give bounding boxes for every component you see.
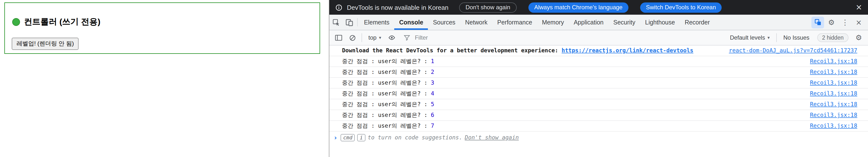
banner-close-icon[interactable]: × — [856, 3, 862, 11]
console-log-row: 중간 점검 : user의 레벨은? : 4 Recoil3.jsx:18 — [329, 88, 868, 99]
console-message-react-devtools: Download the React DevTools for a better… — [329, 46, 868, 56]
cmd-keycap: cmd — [341, 134, 355, 141]
log-levels-label: Default levels — [730, 34, 765, 41]
filter-bar — [399, 34, 725, 42]
console-log-row: 중간 점검 : user의 레벨은? : 1 Recoil3.jsx:18 — [329, 56, 868, 67]
issues-counter[interactable]: No Issues — [779, 34, 813, 41]
log-number: 5 — [431, 101, 434, 108]
banner-switch-korean-button[interactable]: Switch DevTools to Korean — [640, 2, 722, 12]
source-link[interactable]: react-dom-DoAJ_auL.js?v=7cd54461:17237 — [722, 47, 857, 54]
source-link[interactable]: Recoil3.jsx:18 — [803, 69, 857, 76]
console-log-row: 중간 점검 : user의 레벨은? : 7 Recoil3.jsx:18 — [329, 121, 868, 132]
filter-funnel-icon — [403, 34, 410, 41]
react-devtools-link[interactable]: https://reactjs.org/link/react-devtools — [562, 47, 693, 54]
log-number: 7 — [431, 122, 434, 130]
tab-network[interactable]: Network — [460, 15, 493, 30]
web-page-panel: 컨트롤러 (쓰기 전용) 레벨업! (렌더링 안 됨) — [0, 0, 329, 157]
levelup-button[interactable]: 레벨업! (렌더링 안 됨) — [12, 38, 79, 50]
console-log-row: 중간 점검 : user의 레벨은? : 2 Recoil3.jsx:18 — [329, 67, 868, 78]
i-keycap: i — [358, 134, 366, 141]
devtools-tabbar: Elements Console Sources Network Perform… — [329, 15, 868, 30]
tabbar-right-icons: ⚙ ⋮ × — [811, 15, 868, 30]
controller-title: 컨트롤러 (쓰기 전용) — [24, 16, 100, 27]
log-text: 중간 점검 : user의 레벨은? : — [342, 101, 431, 108]
inspect-element-icon[interactable] — [329, 15, 342, 30]
console-prompt-chevron: › — [334, 134, 337, 141]
log-text: 중간 점검 : user의 레벨은? : — [342, 79, 431, 86]
source-link[interactable]: Recoil3.jsx:18 — [803, 101, 857, 108]
tab-sources[interactable]: Sources — [428, 15, 460, 30]
log-text: 중간 점검 : user의 레벨은? : — [342, 90, 431, 97]
source-link[interactable]: Recoil3.jsx:18 — [803, 58, 857, 65]
banner-message: DevTools is now available in Korean — [347, 4, 448, 11]
settings-gear-icon[interactable]: ⚙ — [825, 17, 838, 28]
green-circle-icon — [12, 18, 20, 26]
source-link[interactable]: Recoil3.jsx:18 — [803, 90, 857, 97]
tab-elements[interactable]: Elements — [359, 15, 394, 30]
clear-console-icon[interactable] — [346, 32, 359, 44]
tab-security[interactable]: Security — [609, 15, 640, 30]
info-icon — [335, 4, 342, 11]
suggestions-hint: to turn on code suggestions. — [368, 134, 462, 141]
log-number: 1 — [431, 58, 434, 65]
log-number: 4 — [431, 90, 434, 97]
log-number: 2 — [431, 69, 434, 76]
live-expression-eye-icon[interactable] — [385, 32, 398, 44]
log-text: 중간 점검 : user의 레벨은? : — [342, 58, 431, 65]
devtools-language-banner: DevTools is now available in Korean Don'… — [329, 0, 868, 15]
tab-console[interactable]: Console — [394, 15, 428, 30]
log-number: 3 — [431, 79, 434, 86]
tab-memory[interactable]: Memory — [537, 15, 569, 30]
hidden-messages-badge[interactable]: 2 hidden — [817, 33, 848, 42]
console-toolbar: top ▾ Default levels ▾ No Issues — [329, 30, 868, 46]
hint-dismiss-link[interactable]: Don't show again — [465, 134, 519, 141]
console-log-row: 중간 점검 : user의 레벨은? : 6 Recoil3.jsx:18 — [329, 110, 868, 121]
tab-lighthouse[interactable]: Lighthouse — [640, 15, 680, 30]
log-number: 6 — [431, 111, 434, 119]
source-link[interactable]: Recoil3.jsx:18 — [803, 79, 857, 86]
panel-layout-icon[interactable] — [811, 17, 824, 28]
console-log-row: 중간 점검 : user의 레벨은? : 5 Recoil3.jsx:18 — [329, 99, 868, 110]
separator — [362, 33, 362, 42]
controller-card: 컨트롤러 (쓰기 전용) 레벨업! (렌더링 안 됨) — [4, 2, 320, 54]
console-sidebar-icon[interactable] — [332, 32, 345, 44]
devtools-close-icon[interactable]: × — [852, 17, 865, 28]
console-log-row: 중간 점검 : user의 레벨은? : 3 Recoil3.jsx:18 — [329, 78, 868, 88]
log-text: 중간 점검 : user의 레벨은? : — [342, 122, 431, 130]
separator — [776, 33, 776, 42]
devtools-panel: DevTools is now available in Korean Don'… — [329, 0, 868, 157]
source-link[interactable]: Recoil3.jsx:18 — [803, 111, 857, 119]
chevron-down-icon: ▾ — [768, 35, 770, 40]
controller-heading: 컨트롤러 (쓰기 전용) — [12, 16, 100, 27]
console-settings-gear-icon[interactable]: ⚙ — [852, 32, 865, 44]
console-messages: Download the React DevTools for a better… — [329, 46, 868, 157]
banner-dismiss-button[interactable]: Don't show again — [459, 2, 517, 12]
banner-match-language-button[interactable]: Always match Chrome's language — [528, 2, 628, 12]
more-options-kebab-icon[interactable]: ⋮ — [839, 17, 851, 28]
context-selector[interactable]: top ▾ — [365, 34, 384, 41]
log-levels-selector[interactable]: Default levels ▾ — [726, 34, 773, 41]
log-text: 중간 점검 : user의 레벨은? : — [342, 111, 431, 119]
context-label: top — [368, 34, 376, 41]
log-text: 중간 점검 : user의 레벨은? : — [342, 69, 431, 76]
separator — [357, 18, 358, 26]
message-text: Download the React DevTools for a better… — [342, 47, 562, 54]
console-prompt-row[interactable]: › cmd i to turn on code suggestions. Don… — [329, 132, 868, 144]
tab-recorder[interactable]: Recorder — [680, 15, 715, 30]
source-link[interactable]: Recoil3.jsx:18 — [803, 122, 857, 130]
chevron-down-icon: ▾ — [379, 35, 381, 40]
browser-window: 컨트롤러 (쓰기 전용) 레벨업! (렌더링 안 됨) DevTools is … — [0, 0, 868, 157]
tab-performance[interactable]: Performance — [492, 15, 537, 30]
tab-application[interactable]: Application — [569, 15, 609, 30]
device-toolbar-icon[interactable] — [342, 15, 356, 30]
filter-input[interactable] — [414, 34, 725, 42]
